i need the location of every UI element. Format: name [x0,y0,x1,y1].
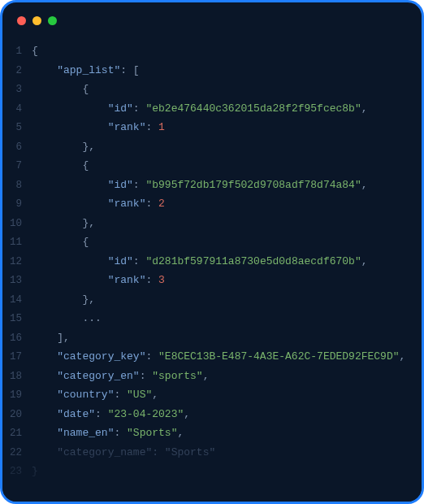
code-line: 6 }, [2,137,422,157]
line-number: 7 [2,157,32,176]
code-content: "name_en": "Sports", [32,424,184,443]
code-content: { [32,41,38,61]
code-line: 17 "category_key": "E8CEC13B-E487-4A3E-A… [2,347,422,367]
close-icon[interactable] [17,16,26,25]
code-window: 1{2 "app_list": [3 {4 "id": "eb2e476440c… [0,0,424,504]
line-number: 15 [2,310,32,329]
code-content: "category_key": "E8CEC13B-E487-4A3E-A62C… [32,347,405,367]
line-number: 17 [2,348,32,367]
code-content: }, [32,290,95,310]
code-line: 5 "rank": 1 [2,118,422,137]
code-line: 4 "id": "eb2e476440c362015da28f2f95fcec8… [2,99,422,119]
maximize-icon[interactable] [48,16,57,25]
code-line: 16 ], [2,328,422,348]
code-content: "app_list": [ [32,61,140,80]
code-content: "rank": 2 [32,194,165,214]
line-number: 23 [2,463,32,482]
line-number: 10 [2,215,32,234]
code-content: "country": "US", [32,385,158,405]
line-number: 9 [2,195,32,215]
code-content: "id": "eb2e476440c362015da28f2f95fcec8b"… [32,99,368,119]
code-line: 14 }, [2,290,422,310]
code-content: ], [32,328,70,348]
code-line: 11 { [2,232,422,252]
code-content: "id": "b995f72db179f502d9708adf78d74a84"… [32,176,368,195]
line-number: 18 [2,367,32,387]
code-line: 10 }, [2,214,422,233]
line-number: 2 [2,62,32,81]
code-content: "category_name": "Sports" [32,443,215,463]
code-line: 15 ... [2,309,422,328]
code-content: "category_en": "sports", [32,367,209,386]
line-number: 13 [2,272,32,291]
line-number: 8 [2,176,32,196]
code-line: 18 "category_en": "sports", [2,367,422,386]
line-number: 5 [2,119,32,138]
line-number: 11 [2,233,32,253]
titlebar [2,2,422,38]
code-line: 3 { [2,80,422,99]
code-content: } [32,462,38,481]
code-line: 8 "id": "b995f72db179f502d9708adf78d74a8… [2,176,422,195]
line-number: 3 [2,80,32,100]
code-line: 1{ [2,41,422,61]
code-line: 20 "date": "23-04-2023", [2,405,422,424]
code-content: "rank": 3 [32,271,165,290]
line-number: 14 [2,291,32,311]
code-line: 22 "category_name": "Sports" [2,443,422,463]
code-lines: 1{2 "app_list": [3 {4 "id": "eb2e476440c… [2,41,422,481]
code-area[interactable]: 1{2 "app_list": [3 {4 "id": "eb2e476440c… [2,38,422,502]
code-content: "date": "23-04-2023", [32,405,190,424]
code-line: 7 { [2,156,422,176]
line-number: 21 [2,424,32,444]
code-content: { [32,232,89,252]
line-number: 16 [2,329,32,349]
line-number: 1 [2,42,32,62]
line-number: 4 [2,100,32,119]
line-number: 22 [2,444,32,463]
code-line: 21 "name_en": "Sports", [2,424,422,443]
code-content: { [32,80,89,99]
code-line: 13 "rank": 3 [2,271,422,290]
code-line: 9 "rank": 2 [2,194,422,214]
line-number: 12 [2,253,32,272]
code-line: 19 "country": "US", [2,385,422,405]
code-content: ... [32,309,102,328]
code-content: "id": "d281bf597911a8730e5d0d8aecdf670b"… [32,252,368,272]
code-line: 23} [2,462,422,481]
line-number: 19 [2,386,32,406]
code-content: }, [32,214,95,233]
line-number: 6 [2,138,32,158]
code-line: 2 "app_list": [ [2,61,422,80]
code-content: }, [32,137,95,157]
code-content: "rank": 1 [32,118,165,137]
line-number: 20 [2,406,32,425]
minimize-icon[interactable] [32,16,41,25]
code-content: { [32,156,89,176]
code-line: 12 "id": "d281bf597911a8730e5d0d8aecdf67… [2,252,422,272]
